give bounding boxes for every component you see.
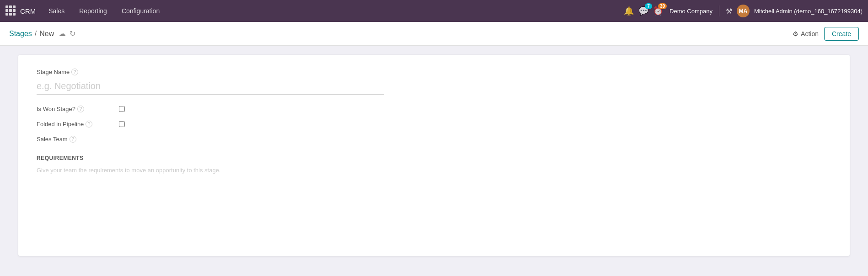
topnav-right-area: 🔔 💬 7 ⏰ 39 Demo Company ⚒ MA Mitchell Ad… [624, 5, 863, 17]
breadcrumb-current: New [39, 30, 54, 38]
nav-configuration[interactable]: Configuration [116, 5, 165, 17]
sales-team-help-icon[interactable]: ? [70, 136, 76, 143]
action-label: Action [801, 30, 819, 37]
form-card: Stage Name ? Is Won Stage? ? Folded in P… [18, 55, 850, 256]
nav-separator [719, 5, 719, 16]
is-won-label: Is Won Stage? ? [37, 106, 119, 112]
breadcrumb-actions: ☁ ↻ [59, 29, 75, 38]
folded-label: Folded in Pipeline ? [37, 121, 119, 127]
folded-pipeline-row: Folded in Pipeline ? [37, 121, 831, 127]
is-won-value [119, 106, 831, 112]
nav-reporting[interactable]: Reporting [74, 5, 113, 17]
folded-checkbox[interactable] [119, 121, 125, 127]
stage-name-label: Stage Name ? [37, 69, 831, 75]
folded-value [119, 121, 831, 127]
stage-name-field: Stage Name ? [37, 69, 831, 95]
sales-team-label: Sales Team ? [37, 136, 119, 143]
gear-icon: ⚙ [793, 30, 798, 37]
breadcrumb-bar: Stages / New ☁ ↻ ⚙ Action Create [0, 22, 868, 46]
breadcrumb-separator: / [35, 30, 37, 38]
breadcrumb-stages-link[interactable]: Stages [9, 30, 32, 38]
user-name: Mitchell Admin (demo_160_1672199304) [754, 8, 863, 15]
is-won-checkbox[interactable] [119, 106, 125, 112]
settings-wrench-icon[interactable]: ⚒ [726, 7, 732, 16]
discard-icon[interactable]: ↻ [70, 29, 75, 38]
requirements-placeholder[interactable]: Give your team the requirements to move … [37, 167, 831, 174]
save-manually-icon[interactable]: ☁ [59, 29, 66, 38]
nav-sales[interactable]: Sales [43, 5, 70, 17]
bell-icon[interactable]: 🔔 [624, 6, 634, 16]
app-name[interactable]: CRM [20, 7, 36, 15]
apps-menu-icon[interactable] [5, 5, 16, 16]
action-button[interactable]: ⚙ Action [787, 27, 824, 40]
create-button[interactable]: Create [824, 27, 859, 41]
is-won-help-icon[interactable]: ? [77, 106, 84, 112]
top-navigation: CRM Sales Reporting Configuration 🔔 💬 7 … [0, 0, 868, 22]
activities-badge: 39 [658, 3, 667, 9]
main-content: Stage Name ? Is Won Stage? ? Folded in P… [0, 46, 868, 265]
company-name: Demo Company [670, 8, 713, 15]
avatar-initials: MA [739, 8, 748, 14]
is-won-stage-row: Is Won Stage? ? [37, 106, 831, 112]
activities-icon[interactable]: ⏰ 39 [653, 6, 663, 16]
sales-team-row: Sales Team ? [37, 136, 831, 143]
requirements-section-title: REQUIREMENTS [37, 151, 831, 161]
stage-name-input[interactable] [37, 78, 384, 95]
messages-badge: 7 [645, 3, 652, 9]
folded-help-icon[interactable]: ? [86, 121, 92, 127]
stage-name-help-icon[interactable]: ? [71, 69, 78, 75]
user-avatar[interactable]: MA [737, 5, 750, 17]
messages-icon[interactable]: 💬 7 [638, 6, 648, 16]
